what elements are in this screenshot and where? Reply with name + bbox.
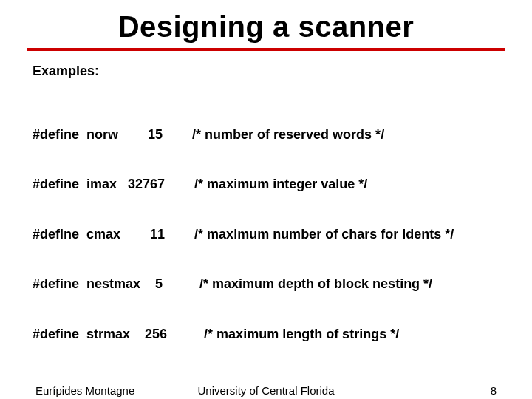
define-block: #define norw 15 /* number of reserved wo…: [33, 93, 499, 376]
define-line: #define norw 15 /* number of reserved wo…: [33, 126, 499, 143]
slide-body: Examples: #define norw 15 /* number of r…: [0, 63, 532, 399]
footer-affiliation: University of Central Florida: [0, 384, 532, 397]
define-line: #define nestmax 5 /* maximum depth of bl…: [33, 276, 499, 293]
examples-heading: Examples:: [33, 63, 499, 80]
slide: Designing a scanner Examples: #define no…: [0, 0, 532, 399]
title-underline: [27, 48, 505, 51]
define-line: #define strmax 256 /* maximum length of …: [33, 326, 499, 343]
define-line: #define imax 32767 /* maximum integer va…: [33, 176, 499, 193]
slide-title: Designing a scanner: [0, 0, 532, 48]
define-line: #define cmax 11 /* maximum number of cha…: [33, 226, 499, 243]
footer-page-number: 8: [491, 384, 497, 397]
